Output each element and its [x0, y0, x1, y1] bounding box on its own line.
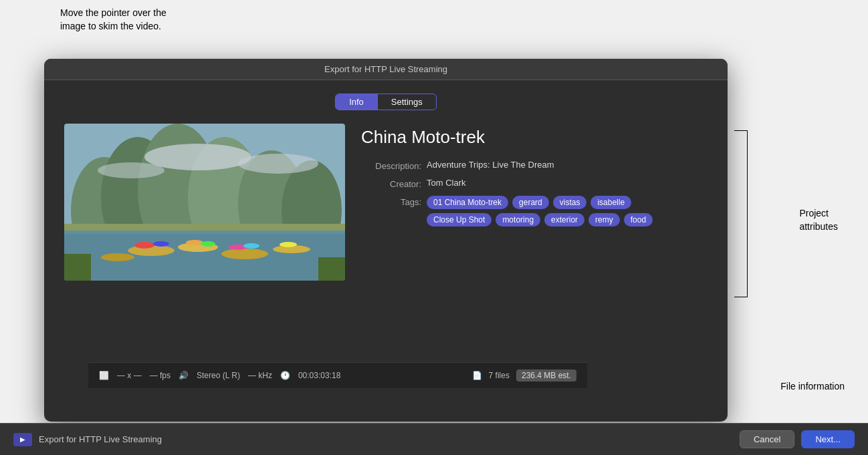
status-left: ⬜ — x — — fps 🔊 Stereo (L R) — kHz 🕐 00:… — [99, 371, 340, 380]
tab-bar: Info Settings — [64, 94, 708, 110]
annotation-pointer-text: Move the pointer over theimage to skim t… — [60, 7, 167, 33]
svg-point-19 — [153, 241, 169, 247]
khz-value: — kHz — [248, 371, 272, 380]
tag-item[interactable]: remy — [588, 213, 620, 226]
tab-info[interactable]: Info — [336, 94, 377, 110]
status-bar: ⬜ — x — — fps 🔊 Stereo (L R) — kHz 🕐 00:… — [88, 362, 587, 388]
svg-point-7 — [144, 144, 251, 170]
description-label: Description: — [361, 160, 421, 171]
svg-point-18 — [134, 242, 154, 249]
action-bar-export-label: Export for HTTP Live Streaming — [39, 434, 162, 444]
tab-segment: Info Settings — [335, 94, 437, 110]
svg-point-21 — [201, 241, 215, 247]
audio-icon: 🔊 — [179, 371, 189, 380]
svg-point-16 — [101, 253, 134, 261]
tag-item[interactable]: food — [624, 213, 653, 226]
svg-point-24 — [280, 242, 297, 247]
fps-value: — fps — [150, 371, 171, 380]
tag-item[interactable]: isabelle — [590, 196, 631, 209]
creator-row: Creator: Tom Clark — [361, 178, 708, 189]
creator-label: Creator: — [361, 178, 421, 189]
tag-item[interactable]: Close Up Shot — [427, 213, 492, 226]
export-streaming-icon: ▶ — [13, 433, 32, 446]
tags-row: Tags: 01 China Moto-trekgerardvistasisab… — [361, 196, 708, 226]
export-dialog: Export for HTTP Live Streaming Info Sett… — [44, 59, 728, 422]
tag-item[interactable]: 01 China Moto-trek — [427, 196, 508, 209]
tag-item[interactable]: motoring — [496, 213, 540, 226]
files-count: 7 files — [489, 371, 510, 380]
tags-container: 01 China Moto-trekgerardvistasisabelleCl… — [427, 196, 681, 226]
description-row: Description: Adventure Trips: Live The D… — [361, 160, 708, 171]
svg-point-9 — [98, 162, 165, 178]
resolution-value: — x — — [117, 371, 142, 380]
info-panel: China Moto-trek Description: Adventure T… — [361, 124, 708, 281]
video-preview[interactable] — [64, 124, 345, 281]
svg-rect-10 — [64, 227, 345, 281]
duration-icon: 🕐 — [280, 371, 290, 380]
tag-item[interactable]: exterior — [544, 213, 584, 226]
svg-point-8 — [238, 154, 318, 174]
creator-value: Tom Clark — [427, 178, 466, 188]
action-bar-left: ▶ Export for HTTP Live Streaming — [13, 433, 162, 446]
svg-point-15 — [221, 249, 268, 259]
audio-value: Stereo (L R) — [197, 371, 240, 380]
annotation-file-information: File information — [780, 381, 845, 392]
tag-item[interactable]: vistas — [553, 196, 587, 209]
svg-point-20 — [186, 240, 203, 245]
action-bar: ▶ Export for HTTP Live Streaming Cancel … — [0, 423, 868, 455]
tab-settings[interactable]: Settings — [378, 94, 436, 110]
svg-rect-25 — [64, 254, 91, 281]
files-icon: 📄 — [472, 371, 482, 380]
svg-rect-26 — [318, 257, 345, 281]
dialog-titlebar: Export for HTTP Live Streaming — [44, 59, 728, 80]
next-button[interactable]: Next... — [801, 430, 855, 448]
project-title: China Moto-trek — [361, 127, 708, 148]
content-area: China Moto-trek Description: Adventure T… — [64, 124, 708, 281]
annotation-project-attributes: Projectattributes — [799, 207, 838, 233]
cancel-button[interactable]: Cancel — [740, 430, 794, 448]
bracket-project-attributes — [734, 130, 748, 297]
action-bar-right: Cancel Next... — [740, 430, 855, 448]
svg-point-23 — [243, 243, 259, 249]
duration-value: 00:03:03:18 — [298, 371, 340, 380]
resolution-icon: ⬜ — [99, 371, 109, 380]
dialog-title: Export for HTTP Live Streaming — [324, 64, 447, 74]
status-right: 📄 7 files 236.4 MB est. — [472, 369, 576, 382]
file-size-badge: 236.4 MB est. — [516, 369, 576, 382]
tag-item[interactable]: gerard — [512, 196, 549, 209]
tags-label: Tags: — [361, 196, 421, 207]
description-value: Adventure Trips: Live The Dream — [427, 160, 554, 170]
svg-rect-12 — [64, 224, 345, 231]
